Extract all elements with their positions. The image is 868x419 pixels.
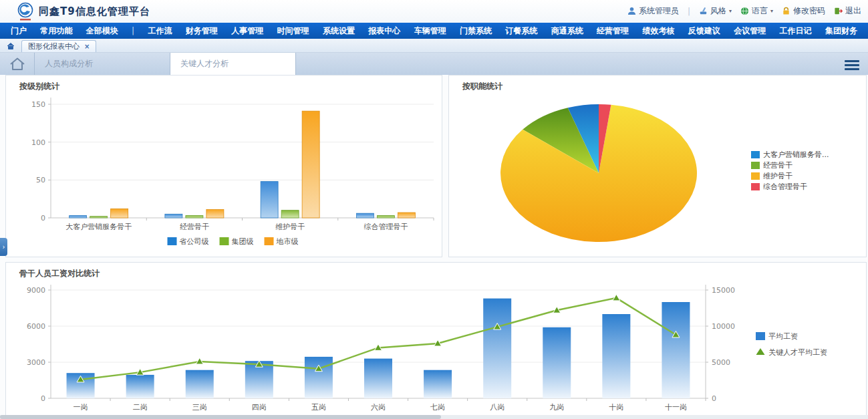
bar-省公司级[interactable] [69,216,87,218]
bar-平均工资[interactable] [186,370,214,398]
legend-label: 集团级 [232,237,254,246]
bar-地市级[interactable] [206,210,224,218]
nav-item-11[interactable]: 门禁系统 [460,25,492,37]
nav-item-3[interactable]: 全部模块 [86,25,118,37]
legend-swatch [168,237,177,245]
bar-集团级[interactable] [186,216,203,218]
y-tick-label: 50 [36,176,45,184]
nav-item-5[interactable]: 财务管理 [186,25,218,37]
bar-平均工资[interactable] [424,370,452,398]
nav-item-6[interactable]: 人事管理 [231,25,263,37]
language-menu-label: 语言 [752,5,768,17]
home-icon [7,42,15,50]
main-navigation: 门户常用功能全部模块|工作流财务管理人事管理时间管理系统设置报表中心车辆管理门禁… [0,23,868,39]
nav-item-9[interactable]: 报表中心 [368,25,400,37]
left-y-tick-label: 9000 [27,286,45,295]
legend-swatch [756,332,765,340]
current-user-link[interactable]: 系统管理员 [627,5,679,17]
horizontal-scrollbar-thumb[interactable] [0,415,441,419]
skin-menu[interactable]: 风格▾ [699,5,732,17]
bar-省公司级[interactable] [356,213,374,218]
legend-swatch [751,172,760,180]
bar-平均工资[interactable] [364,359,392,398]
language-menu[interactable]: 语言▾ [740,5,773,17]
nav-item-14[interactable]: 经营管理 [597,25,629,37]
bar-平均工资[interactable] [126,375,154,398]
nav-item-4[interactable]: 工作流 [148,25,172,37]
nav-item-7[interactable]: 时间管理 [277,25,309,37]
nav-item-19[interactable]: 集团财务 [825,25,857,37]
menu-icon[interactable] [845,60,859,70]
panel-salary-comparison: 骨干人员工资对比统计 0300060009000050001000015000一… [5,262,867,418]
x-category-label: 三岗 [192,403,207,412]
combo-chart-salary: 0300060009000050001000015000一岗二岗三岗四岗五岗六岗… [6,263,866,418]
y-tick-label: 0 [41,214,45,223]
legend-triangle-marker [756,348,765,355]
panel-by-function: 按职能统计 大客户营销服务骨...经营骨干维护骨干综合管理骨干 [448,75,867,257]
legend-label: 综合管理骨干 [763,182,807,191]
bar-地市级[interactable] [398,213,415,218]
bar-集团级[interactable] [377,216,394,218]
change-password-link[interactable]: 修改密码 [782,5,825,17]
skin-icon [699,7,708,15]
line-marker[interactable] [613,294,620,301]
nav-item-1[interactable]: 门户 [11,25,27,37]
report-tabs: 人员构成分析 关键人才分析 [0,53,868,75]
home-mini-button[interactable] [7,42,15,52]
app-logo-icon [16,2,35,21]
tab-key-talent[interactable]: 关键人才分析 [170,53,296,75]
bar-平均工资[interactable] [483,299,511,398]
app-header: 同鑫T9信息化管理平台 系统管理员 | 风格▾ 语言▾ 修改密码 退出 [0,0,868,23]
panel-by-level: 按级别统计 050100150大客户营销服务骨干经营骨干维护骨干综合管理骨干省公… [5,75,442,257]
tab-home[interactable] [0,53,35,75]
legend-label: 维护骨干 [763,172,792,180]
x-category-label: 十岗 [609,403,623,412]
sidebar-expand-handle[interactable]: › [0,238,7,256]
horizontal-scrollbar-track[interactable] [0,415,868,419]
divider: | [688,7,690,16]
legend-swatch [265,237,274,245]
nav-item-8[interactable]: 系统设置 [323,25,355,37]
bar-地市级[interactable] [302,111,319,218]
legend-label: 省公司级 [180,237,209,246]
nav-item-13[interactable]: 商通系统 [551,25,583,37]
legend-swatch [220,237,229,245]
bar-平均工资[interactable] [602,314,630,398]
globe-icon [740,7,749,15]
workspace-tab[interactable]: 图形化报表中心 × [21,40,96,52]
bar-集团级[interactable] [281,211,299,218]
nav-item-18[interactable]: 工作日记 [780,25,812,37]
x-category-label: 一岗 [74,403,88,412]
legend-swatch [751,162,760,169]
nav-item-12[interactable]: 订餐系统 [505,25,537,37]
bar-省公司级[interactable] [261,182,278,218]
x-category-label: 经营骨干 [180,223,209,231]
pie-chart-by-function: 大客户营销服务骨...经营骨干维护骨干综合管理骨干 [449,76,866,257]
bar-省公司级[interactable] [165,214,182,218]
nav-item-2[interactable]: 常用功能 [40,25,72,37]
header-links: 系统管理员 | 风格▾ 语言▾ 修改密码 退出 [627,5,861,17]
bar-平均工资[interactable] [305,357,333,398]
home-icon [9,57,26,72]
x-category-label: 八岗 [490,403,504,412]
close-icon[interactable]: × [84,43,90,50]
logout-icon [834,7,843,15]
legend-label: 关键人才平均工资 [768,348,827,357]
legend-swatch [751,183,760,190]
x-category-label: 四岗 [252,403,267,412]
legend-label: 大客户营销服务骨... [763,150,829,159]
tab-personnel-composition[interactable]: 人员构成分析 [35,53,170,75]
bar-地市级[interactable] [111,208,128,218]
nav-item-15[interactable]: 绩效考核 [642,25,674,37]
nav-separator: | [132,26,134,35]
bar-集团级[interactable] [90,217,108,218]
nav-item-16[interactable]: 反馈建议 [688,25,720,37]
bar-平均工资[interactable] [543,327,571,398]
logout-link[interactable]: 退出 [834,5,861,17]
user-icon [627,7,636,15]
left-y-tick-label: 6000 [27,322,45,331]
nav-item-10[interactable]: 车辆管理 [414,25,446,37]
bar-平均工资[interactable] [662,302,690,398]
right-y-tick-label: 5000 [712,358,730,367]
nav-item-17[interactable]: 会议管理 [734,25,766,37]
